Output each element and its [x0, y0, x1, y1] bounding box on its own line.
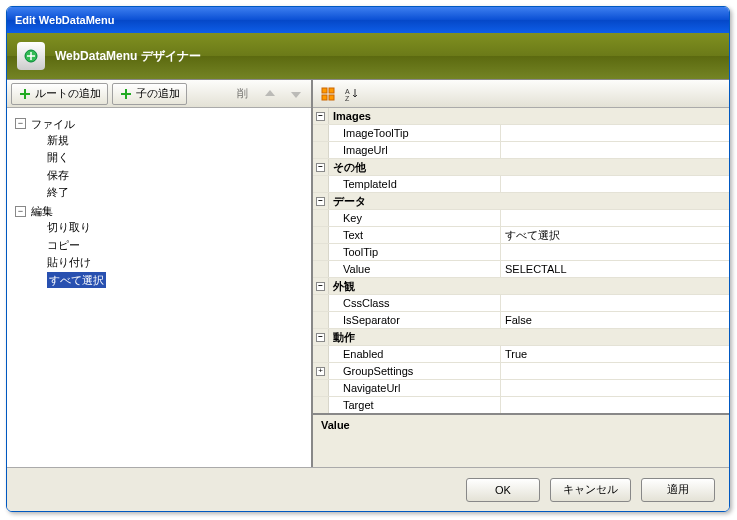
property-grid[interactable]: −ImagesImageToolTipImageUrl−その他TemplateI…: [313, 108, 729, 413]
property-name: ImageToolTip: [329, 125, 501, 141]
row-gutter: [313, 176, 329, 192]
row-gutter: [313, 125, 329, 141]
title-bar[interactable]: Edit WebDataMenu: [7, 7, 729, 33]
add-child-label: 子の追加: [136, 86, 180, 101]
tree-node: コピー: [29, 237, 307, 255]
property-name: GroupSettings: [329, 363, 501, 379]
property-row[interactable]: Textすべて選択: [313, 227, 729, 244]
tree-item[interactable]: 開く: [29, 149, 71, 165]
property-row[interactable]: NavigateUrl: [313, 380, 729, 397]
cancel-button[interactable]: キャンセル: [550, 478, 631, 502]
category-expander[interactable]: −: [313, 278, 329, 294]
tree-item-label: 終了: [47, 184, 69, 200]
property-value[interactable]: [501, 142, 729, 158]
property-row[interactable]: ToolTip: [313, 244, 729, 261]
minus-icon: −: [316, 112, 325, 121]
property-category[interactable]: −動作: [313, 329, 729, 346]
property-row[interactable]: Key: [313, 210, 729, 227]
right-pane: AZ −ImagesImageToolTipImageUrl−その他Templa…: [313, 80, 729, 467]
tree-item[interactable]: すべて選択: [29, 272, 108, 288]
description-panel: Value: [313, 413, 729, 467]
category-expander[interactable]: −: [313, 108, 329, 124]
tree-expander[interactable]: −: [15, 206, 26, 217]
property-name: Target: [329, 397, 501, 413]
property-value[interactable]: False: [501, 312, 729, 328]
property-row[interactable]: EnabledTrue: [313, 346, 729, 363]
property-value[interactable]: [501, 125, 729, 141]
left-pane: ルートの追加 子の追加 削: [7, 80, 313, 467]
tree-item[interactable]: 切り取り: [29, 219, 93, 235]
property-row[interactable]: ValueSELECTALL: [313, 261, 729, 278]
row-gutter: [313, 227, 329, 243]
delete-button[interactable]: 削: [230, 83, 255, 105]
property-row[interactable]: IsSeparatorFalse: [313, 312, 729, 329]
property-value[interactable]: [501, 363, 729, 379]
property-value[interactable]: [501, 210, 729, 226]
add-root-label: ルートの追加: [35, 86, 101, 101]
plus-green-icon: [18, 87, 32, 101]
property-row[interactable]: TemplateId: [313, 176, 729, 193]
description-title: Value: [321, 419, 350, 431]
categorized-icon[interactable]: [319, 85, 337, 103]
tree-item-label: 編集: [31, 203, 53, 219]
svg-text:Z: Z: [345, 95, 350, 101]
property-row[interactable]: CssClass: [313, 295, 729, 312]
property-name: ImageUrl: [329, 142, 501, 158]
tree-item[interactable]: コピー: [29, 237, 82, 253]
property-category[interactable]: −外観: [313, 278, 729, 295]
minus-icon: −: [316, 163, 325, 172]
menu-tree[interactable]: −ファイル新規開く保存終了−編集切り取りコピー貼り付けすべて選択: [7, 108, 311, 467]
row-gutter: [313, 312, 329, 328]
tree-node: 貼り付け: [29, 254, 307, 272]
property-row[interactable]: Target: [313, 397, 729, 413]
tree-item[interactable]: −編集: [13, 203, 55, 219]
add-child-button[interactable]: 子の追加: [112, 83, 187, 105]
row-gutter: [313, 295, 329, 311]
apply-button[interactable]: 適用: [641, 478, 715, 502]
property-name: IsSeparator: [329, 312, 501, 328]
property-value[interactable]: [501, 244, 729, 260]
property-name: Enabled: [329, 346, 501, 362]
property-row[interactable]: ImageUrl: [313, 142, 729, 159]
property-category[interactable]: −Images: [313, 108, 729, 125]
move-up-button[interactable]: [259, 83, 281, 105]
svg-rect-7: [322, 95, 327, 100]
property-category[interactable]: −その他: [313, 159, 729, 176]
property-name: ToolTip: [329, 244, 501, 260]
arrow-down-icon: [290, 88, 302, 100]
tree-item[interactable]: 終了: [29, 184, 71, 200]
property-row[interactable]: ImageToolTip: [313, 125, 729, 142]
property-value[interactable]: すべて選択: [501, 227, 729, 243]
tree-item-label: すべて選択: [47, 272, 106, 288]
tree-toolbar: ルートの追加 子の追加 削: [7, 80, 311, 108]
category-name: その他: [329, 159, 501, 175]
row-gutter: [313, 244, 329, 260]
property-value[interactable]: [501, 295, 729, 311]
property-value[interactable]: [501, 176, 729, 192]
category-expander[interactable]: −: [313, 159, 329, 175]
property-category[interactable]: −データ: [313, 193, 729, 210]
property-name: CssClass: [329, 295, 501, 311]
category-name: 外観: [329, 278, 501, 294]
add-root-button[interactable]: ルートの追加: [11, 83, 108, 105]
property-value[interactable]: [501, 380, 729, 396]
property-value[interactable]: SELECTALL: [501, 261, 729, 277]
tree-item[interactable]: −ファイル: [13, 116, 77, 132]
property-value[interactable]: True: [501, 346, 729, 362]
tree-expander-none: [31, 274, 42, 285]
tree-item[interactable]: 保存: [29, 167, 71, 183]
ok-button[interactable]: OK: [466, 478, 540, 502]
category-expander[interactable]: −: [313, 329, 329, 345]
property-row[interactable]: +GroupSettings: [313, 363, 729, 380]
move-down-button[interactable]: [285, 83, 307, 105]
alpha-sort-icon[interactable]: AZ: [343, 85, 361, 103]
plus-icon[interactable]: +: [316, 367, 325, 376]
tree-item[interactable]: 貼り付け: [29, 254, 93, 270]
tree-expander[interactable]: −: [15, 118, 26, 129]
tree-item[interactable]: 新規: [29, 132, 71, 148]
tree-item-label: 開く: [47, 149, 69, 165]
tree-item-label: 切り取り: [47, 219, 91, 235]
property-value[interactable]: [501, 397, 729, 413]
tree-item-label: ファイル: [31, 116, 75, 132]
category-expander[interactable]: −: [313, 193, 329, 209]
